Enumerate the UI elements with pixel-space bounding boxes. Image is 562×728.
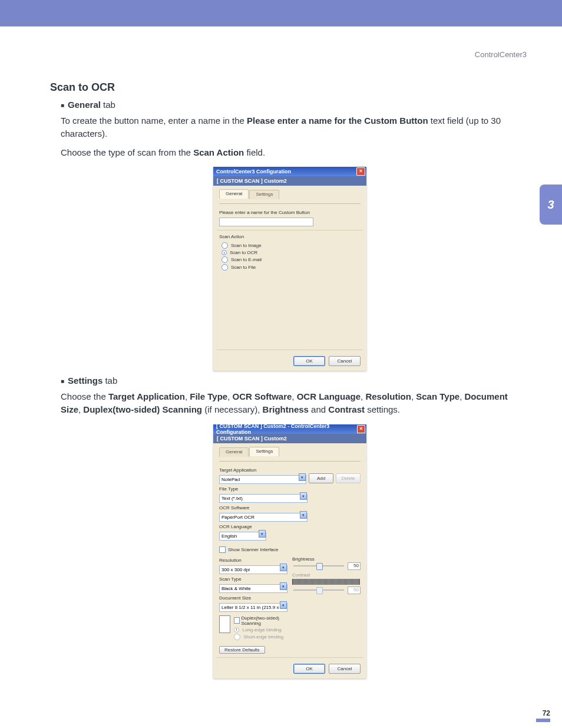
dialog-banner: [ CUSTOM SCAN ] Custom2: [213, 434, 366, 443]
dialog-title: [ CUSTOM SCAN ] Custom2 - ControlCenter3…: [216, 423, 357, 435]
brightness-label: Brightness: [292, 556, 361, 562]
page-number-accent: [536, 719, 550, 722]
bullet-square-icon: ■: [61, 100, 64, 111]
ocr-software-select[interactable]: [219, 513, 308, 522]
brightness-value: 50: [348, 562, 361, 570]
chevron-down-icon[interactable]: ▾: [299, 473, 306, 481]
paragraph: Choose the Target Application, File Type…: [61, 390, 530, 416]
show-scanner-interface-checkbox[interactable]: [219, 546, 226, 553]
paragraph: To create the button name, enter a name …: [61, 114, 530, 140]
file-type-select[interactable]: [219, 494, 308, 503]
chevron-down-icon[interactable]: ▾: [280, 582, 287, 590]
radio-short-edge[interactable]: [234, 634, 240, 640]
radio-scan-to-email[interactable]: [222, 256, 228, 263]
scan-action-label: Scan Action: [219, 234, 361, 239]
duplex-checkbox[interactable]: [234, 617, 239, 624]
resolution-label: Resolution: [219, 558, 287, 563]
radio-label: Scan to OCR: [230, 250, 257, 255]
target-app-label: Target Application: [219, 467, 361, 473]
scan-type-label: Scan Type: [219, 577, 287, 582]
contrast-label: Contrast: [292, 572, 361, 578]
radio-scan-to-image[interactable]: [222, 242, 228, 249]
radio-label: Scan to E-mail: [231, 257, 262, 262]
contrast-slider[interactable]: [293, 589, 344, 591]
close-icon[interactable]: ×: [356, 167, 365, 176]
bullet-text: General tab: [68, 100, 115, 110]
dialog-general: ControlCenter3 Configuration × [ CUSTOM …: [213, 167, 366, 371]
brightness-slider[interactable]: [293, 565, 344, 566]
chevron-down-icon[interactable]: ▾: [280, 564, 287, 571]
checkbox-label: Duplex(two-sided) Scanning: [242, 615, 287, 626]
checkbox-label: Show Scanner Interface: [228, 547, 278, 552]
contrast-value: 50: [348, 587, 361, 594]
resolution-select[interactable]: [219, 565, 287, 574]
ok-button[interactable]: OK: [293, 664, 325, 674]
cancel-button[interactable]: Cancel: [329, 356, 361, 366]
chevron-down-icon[interactable]: ▾: [300, 492, 307, 500]
radio-scan-to-ocr[interactable]: [222, 250, 227, 255]
custom-name-input[interactable]: [219, 218, 313, 226]
target-app-select[interactable]: [219, 475, 306, 484]
document-size-label: Document Size: [219, 595, 287, 601]
paragraph: Choose the type of scan from the Scan Ac…: [61, 146, 530, 159]
close-icon[interactable]: ×: [357, 425, 365, 433]
tab-settings[interactable]: Settings: [249, 190, 279, 199]
page-number: 72: [536, 709, 550, 717]
ocr-software-label: OCR Software: [219, 505, 361, 510]
chevron-down-icon[interactable]: ▾: [259, 530, 266, 538]
ocr-language-label: OCR Language: [219, 524, 361, 529]
duplex-icon: [219, 615, 230, 633]
delete-button[interactable]: Delete: [336, 473, 361, 483]
radio-long-edge[interactable]: [234, 627, 239, 633]
radio-label: Short-edge binding: [243, 634, 283, 640]
ok-button[interactable]: OK: [293, 356, 325, 366]
dialog-settings: [ CUSTOM SCAN ] Custom2 - ControlCenter3…: [213, 424, 366, 678]
radio-label: Long-edge binding: [242, 627, 281, 633]
file-type-label: File Type: [219, 486, 361, 492]
tab-settings[interactable]: Settings: [249, 447, 279, 456]
bullet-square-icon: ■: [61, 375, 64, 387]
chevron-down-icon[interactable]: ▾: [280, 601, 287, 609]
chevron-down-icon[interactable]: ▾: [300, 511, 307, 519]
custom-name-label: Please enter a name for the Custom Butto…: [219, 210, 361, 215]
document-size-select[interactable]: [219, 603, 287, 612]
section-heading: Scan to OCR: [50, 81, 530, 94]
contrast-pattern: [292, 579, 361, 585]
restore-defaults-button[interactable]: Restore Defaults: [219, 646, 265, 654]
tab-general[interactable]: General: [219, 447, 249, 457]
tab-general[interactable]: General: [219, 189, 249, 199]
radio-label: Scan to File: [231, 265, 256, 270]
dialog-title: ControlCenter3 Configuration: [216, 169, 291, 174]
add-button[interactable]: Add: [309, 473, 333, 483]
cancel-button[interactable]: Cancel: [329, 664, 361, 674]
radio-label: Scan to Image: [231, 243, 262, 248]
scan-type-select[interactable]: [219, 584, 287, 593]
document-top-bar: [0, 0, 562, 27]
bullet-text: Settings tab: [68, 375, 117, 386]
running-header: ControlCenter3: [50, 50, 530, 59]
radio-scan-to-file[interactable]: [222, 264, 228, 271]
dialog-banner: [ CUSTOM SCAN ] Custom2: [213, 176, 366, 186]
